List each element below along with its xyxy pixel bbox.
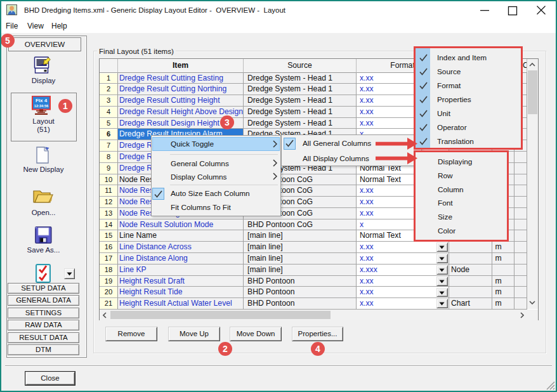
svg-text:Fix 4: Fix 4	[36, 98, 48, 103]
svg-text:12:34:56: 12:34:56	[34, 104, 48, 108]
